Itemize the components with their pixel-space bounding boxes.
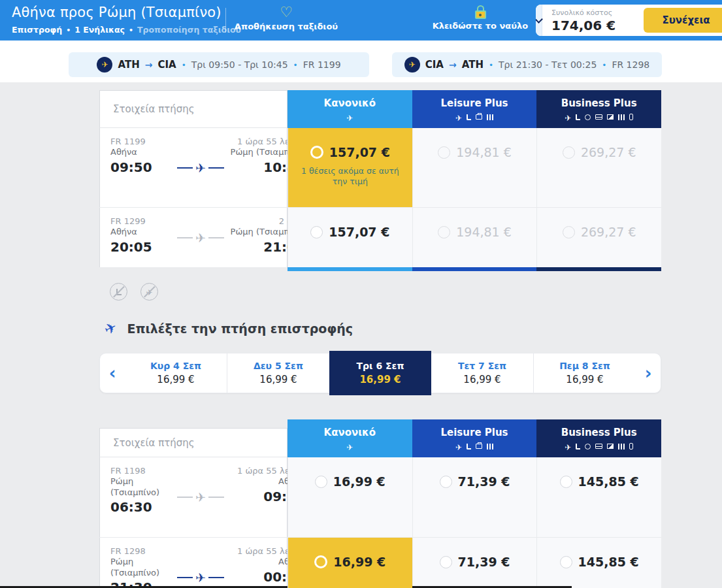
pill-times: Τρι 21:30 - Τετ 00:25	[499, 59, 597, 70]
fare-option-cell[interactable]: 157,07 € 1 θέσεις ακόμα σε αυτή την τιμή	[287, 128, 412, 207]
fare-option-cell[interactable]: 194,81 €	[412, 208, 537, 267]
plane-badge-icon	[404, 57, 420, 73]
fare-radio[interactable]	[315, 476, 327, 488]
fare-radio[interactable]	[563, 226, 575, 238]
fare-option-cell[interactable]: 71,39 €	[412, 457, 537, 537]
fare-radio[interactable]	[314, 555, 327, 568]
fare-price: 194,81 €	[456, 225, 512, 239]
seat-icon	[467, 444, 471, 449]
fare-radio[interactable]	[440, 556, 452, 568]
flight-summary-pill: CIA ATH Τρι 21:30 - Τετ 00:25 FR 1298	[392, 52, 662, 77]
fare-column-bar	[536, 267, 661, 271]
route-to: CIA	[157, 59, 176, 71]
carousel-next-button[interactable]: ›	[636, 353, 661, 393]
continue-button[interactable]: Συνέχεια	[644, 8, 722, 33]
flight-number: FR 1199	[110, 137, 176, 147]
fare-option-cell[interactable]: 157,07 €	[287, 208, 412, 267]
fare-radio[interactable]	[560, 556, 572, 568]
flight-number: FR 1198	[110, 466, 176, 476]
route-icon	[177, 490, 224, 504]
route-icon	[177, 570, 224, 585]
fare-column-icons	[346, 113, 353, 121]
fare-option-cell[interactable]: 71,39 €	[412, 538, 537, 588]
fare-table-header: Στοιχεία πτήσης ΚανονικόLeisure PlusBusi…	[99, 419, 661, 457]
bullet-icon	[182, 59, 186, 70]
plane-icon	[195, 570, 206, 585]
date-price: 16,99 €	[157, 374, 194, 385]
fare-option-cell[interactable]: 269,27 €	[536, 208, 661, 267]
date-carousel-cell[interactable]: Δευ 5 Σεπ 16,99 €	[227, 353, 329, 393]
heart-icon: ♡	[280, 5, 293, 20]
date-label: Πεμ 8 Σεπ	[559, 361, 610, 371]
date-carousel-cell[interactable]: Τρι 6 Σεπ 16,99 €	[329, 351, 431, 395]
date-price: 16,99 €	[566, 374, 603, 385]
fare-radio[interactable]	[438, 226, 450, 238]
total-cost-label: Συνολικό κόστος	[551, 8, 631, 17]
total-cost: Συνολικό κόστος 174,06 €	[542, 5, 640, 36]
total-cost-value: 174,06 €	[551, 18, 631, 33]
save-trip-label: Αποθήκευση ταξιδιού	[235, 22, 338, 31]
date-carousel-cell[interactable]: Κυρ 4 Σεπ 16,99 €	[125, 353, 227, 393]
route-icon	[177, 161, 224, 175]
flight-details-header: Στοιχεία πτήσης	[99, 428, 287, 457]
save-trip-button[interactable]: ♡ Αποθήκευση ταξιδιού	[240, 5, 332, 31]
fare-column-icons	[565, 113, 633, 121]
route-icon	[177, 231, 224, 245]
seat-crossed-glyph	[116, 289, 122, 295]
fare-radio[interactable]	[438, 146, 450, 159]
fare-radio[interactable]	[310, 226, 323, 238]
trip-type-label: Επιστροφή	[12, 25, 62, 35]
date-price: 16,99 €	[463, 374, 500, 385]
fast-track-icon	[487, 444, 493, 449]
flight-details-header: Στοιχεία πτήσης	[99, 90, 287, 128]
card-icon	[595, 114, 602, 120]
fare-radio[interactable]	[563, 146, 575, 159]
plane-icon	[346, 440, 353, 453]
fare-column-label: Leisure Plus	[441, 97, 508, 109]
seat-crossed-icon	[110, 283, 127, 301]
return-fare-table: Στοιχεία πτήσης ΚανονικόLeisure PlusBusi…	[99, 419, 661, 588]
return-section-heading: Επιλέξτε την πτήση επιστροφής	[105, 320, 722, 336]
bag-icon	[476, 114, 482, 120]
lock-fare-button[interactable]: Κλειδώστε το ναύλο	[435, 5, 526, 31]
origin-city: Ρώμη (Τσιαμπίνο)	[110, 476, 176, 498]
fare-column-label: Κανονικό	[324, 97, 376, 109]
flight-details-cell: FR 1198 Ρώμη (Τσιαμπίνο) 06:30 1 ώρα 55 …	[99, 457, 287, 537]
fare-option-cell[interactable]: 194,81 €	[412, 128, 537, 207]
header-divider	[225, 8, 226, 33]
fare-option-cell[interactable]: 145,85 €	[536, 538, 661, 588]
fare-price: 269,27 €	[581, 225, 636, 239]
fare-column-header: Business Plus	[536, 90, 661, 128]
fare-option-cell[interactable]: 269,27 €	[536, 128, 661, 207]
total-cost-box: Συνολικό κόστος 174,06 € Συνέχεια	[536, 5, 722, 36]
page-title: Αθήνα προς Ρώμη (Τσιαμπίνο)	[12, 5, 222, 20]
pill-times: Τρι 09:50 - Τρι 10:45	[191, 59, 288, 70]
carousel-prev-button[interactable]: ‹	[100, 353, 125, 393]
fare-column-bar	[412, 267, 537, 271]
fare-option-cell[interactable]: 16,99 €	[287, 538, 412, 588]
fare-table-rows: FR 1199 Αθήνα 09:50 1 ώρα 55 λεπτά Ρώμη …	[99, 128, 661, 267]
fare-option-cell[interactable]: 145,85 €	[536, 457, 661, 537]
fare-column-icons	[346, 442, 353, 450]
origin-city: Αθήνα	[110, 227, 176, 237]
expand-total-button[interactable]	[536, 5, 542, 36]
fare-option-cell[interactable]: 16,99 €	[287, 457, 412, 537]
plane-crossed-glyph	[146, 286, 152, 298]
ticket-icon	[607, 114, 614, 120]
fare-radio[interactable]	[440, 476, 452, 488]
plane-icon	[195, 161, 206, 175]
flight-details-cell: FR 1199 Αθήνα 09:50 1 ώρα 55 λεπτά Ρώμη …	[99, 128, 287, 207]
date-price: 16,99 €	[359, 374, 401, 385]
date-carousel-cell[interactable]: Πεμ 8 Σεπ 16,99 €	[533, 353, 636, 393]
fare-table-rows: FR 1198 Ρώμη (Τσιαμπίνο) 06:30 1 ώρα 55 …	[99, 457, 661, 588]
fare-radio[interactable]	[310, 146, 323, 159]
pills-strip: ATH CIA Τρι 09:50 - Τρι 10:45 FR 1199 CI…	[0, 41, 722, 82]
bullet-icon	[293, 59, 298, 70]
date-carousel-cell[interactable]: Τετ 7 Σεπ 16,99 €	[431, 353, 533, 393]
plane-crossed-icon	[140, 283, 158, 301]
plane-badge-icon	[97, 57, 112, 73]
origin-city: Ρώμη (Τσιαμπίνο)	[110, 557, 176, 578]
date-carousel: ‹ Κυρ 4 Σεπ 16,99 € Δευ 5 Σεπ 16,99 € Τρ…	[99, 353, 661, 393]
departure-time: 06:30	[110, 499, 176, 515]
fare-radio[interactable]	[560, 476, 572, 488]
